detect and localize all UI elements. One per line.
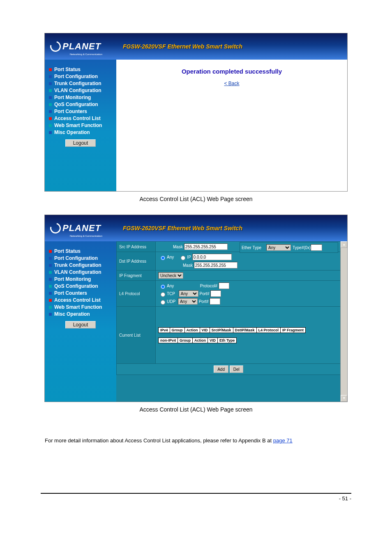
src-ip-cell: Mask: [156, 242, 241, 252]
sidebar-item-acl[interactable]: Access Control List: [49, 297, 112, 303]
dst-ip-mask-input[interactable]: [194, 262, 238, 268]
l4-tcp-port-label: Port#: [200, 291, 210, 296]
body-paragraph: For more detail information about Access…: [45, 437, 347, 444]
sidebar-item-port-counters[interactable]: Port Counters: [49, 290, 112, 296]
l4-udp-radio[interactable]: [160, 300, 166, 305]
th: VID: [200, 327, 210, 333]
l4-proto-input[interactable]: [219, 282, 229, 289]
sidebar-item-acl[interactable]: Access Control List: [49, 116, 112, 121]
scroll-down-icon[interactable]: ▾: [341, 395, 347, 402]
nav-label: Port Status: [54, 67, 81, 72]
sidebar-item-port-monitor[interactable]: Port Monitoring: [49, 95, 112, 100]
dst-ip-ip-label: IP: [187, 255, 191, 259]
th: non-IPv4: [159, 338, 178, 343]
banner: PLANET Networking & Communication FGSW-2…: [45, 33, 347, 60]
back-link[interactable]: < Back: [224, 81, 239, 86]
add-button[interactable]: Add: [214, 365, 228, 373]
l4-tcp-select[interactable]: Any: [179, 290, 198, 297]
ip-frag-select[interactable]: Uncheck: [158, 272, 183, 279]
sidebar-item-qos-config[interactable]: QoS Configuration: [49, 283, 112, 289]
ip-frag-label: IP Fragment: [117, 271, 156, 281]
l4-udp-port-input[interactable]: [210, 298, 220, 305]
ether-type-label: Ether Type: [242, 245, 266, 250]
scroll-up-icon[interactable]: ▴: [341, 241, 347, 248]
bullet-icon: [49, 306, 52, 309]
page-number: - 51 -: [41, 495, 351, 502]
sidebar-item-misc[interactable]: Misc Operation: [49, 311, 112, 317]
th: DstIP/Mask: [233, 327, 256, 333]
nav-label: Misc Operation: [54, 311, 90, 317]
logout-button[interactable]: Logout: [65, 321, 96, 328]
logo-ring-icon: [48, 221, 63, 236]
para-text: For more detail information about Access…: [45, 437, 273, 444]
nav-label: Web Smart Function: [54, 304, 102, 310]
th: IP Fragment: [281, 327, 306, 333]
main-panel: ▴ ▾ Ether Type Any Type#(0x) Src IP Addr…: [116, 241, 347, 402]
dst-ip-any-radio[interactable]: [160, 256, 166, 260]
l4-any-radio[interactable]: [160, 284, 166, 289]
sidebar-item-vlan-config[interactable]: VLAN Configuration: [49, 269, 112, 275]
brand-name: PLANET: [62, 223, 101, 234]
main-panel: Operation completed successfully < Back: [116, 60, 347, 191]
brand-sub: Networking & Communication: [70, 235, 102, 237]
sidebar-item-port-config[interactable]: Port Configuration: [49, 74, 112, 79]
del-button[interactable]: Del: [230, 365, 243, 373]
ether-typehex-label: Type#(0x): [293, 245, 311, 250]
src-ip-mask-input[interactable]: [184, 243, 228, 250]
th: Eth Type: [218, 338, 237, 343]
sidebar-item-trunk-config[interactable]: Trunk Configuration: [49, 81, 112, 86]
l4-udp-select[interactable]: Any: [178, 298, 198, 305]
nav-label: Port Monitoring: [54, 95, 91, 100]
brand-sub: Networking & Communication: [70, 53, 102, 56]
bullet-icon: [49, 285, 52, 288]
th: Action: [184, 327, 200, 333]
dst-ip-input[interactable]: [192, 254, 232, 260]
nav-label: Trunk Configuration: [54, 262, 101, 268]
bullet-icon: [49, 278, 52, 281]
nav-label: Port Counters: [54, 109, 87, 114]
ether-typehex-input[interactable]: [311, 244, 322, 251]
bullet-icon: [49, 131, 52, 134]
nav-label: VLAN Configuration: [54, 88, 101, 93]
sidebar-item-port-config[interactable]: Port Configuration: [49, 255, 112, 261]
sidebar-item-vlan-config[interactable]: VLAN Configuration: [49, 88, 112, 93]
src-ip-label: Src IP Address: [117, 242, 156, 252]
sidebar-item-qos-config[interactable]: QoS Configuration: [49, 102, 112, 107]
sidebar-item-port-status[interactable]: Port Status: [49, 248, 112, 254]
sidebar-item-port-counters[interactable]: Port Counters: [49, 109, 112, 114]
brand-logo: PLANET Networking & Communication: [45, 215, 106, 241]
bullet-icon: [49, 110, 52, 113]
l4-tcp-port-input[interactable]: [210, 290, 221, 297]
footer-rule: [41, 493, 351, 494]
page-link[interactable]: page 71: [273, 437, 293, 444]
th: Group: [170, 327, 184, 333]
logout-button[interactable]: Logout: [65, 139, 96, 147]
nav-label: Port Status: [54, 248, 81, 254]
current-list-label: Current List: [117, 307, 156, 364]
scrollbar[interactable]: ▴ ▾: [340, 241, 347, 402]
bullet-icon: [49, 299, 52, 302]
sidebar-item-port-monitor[interactable]: Port Monitoring: [49, 276, 112, 282]
figure-caption-1: Access Control List (ACL) Web Page scree…: [45, 196, 347, 202]
bullet-icon: [49, 103, 52, 106]
acl-form: ▴ ▾ Ether Type Any Type#(0x) Src IP Addr…: [116, 241, 347, 402]
src-ip-mask-label: Mask: [173, 245, 183, 249]
bullet-icon: [49, 75, 52, 78]
sidebar-item-port-status[interactable]: Port Status: [49, 67, 112, 72]
sidebar-item-web-smart[interactable]: Web Smart Function: [49, 304, 112, 310]
th: IPv4: [159, 327, 170, 333]
l4-tcp-radio[interactable]: [160, 292, 166, 297]
dst-ip-mask-label: Mask: [183, 263, 193, 268]
sidebar-item-misc[interactable]: Misc Operation: [49, 130, 112, 135]
bullet-icon: [49, 257, 52, 260]
current-list-cell: IPv4 Group Action VID SrcIP/Mask DstIP/M…: [156, 307, 341, 364]
th: Action: [193, 338, 208, 343]
sidebar-item-web-smart[interactable]: Web Smart Function: [49, 123, 112, 128]
bullet-icon: [49, 250, 52, 253]
dst-ip-ip-radio[interactable]: [180, 256, 186, 260]
dst-ip-any-label: Any: [167, 255, 174, 259]
ether-type-select[interactable]: Any: [266, 244, 291, 251]
sidebar-item-trunk-config[interactable]: Trunk Configuration: [49, 262, 112, 268]
nav-label: Trunk Configuration: [54, 81, 101, 86]
nav-label: VLAN Configuration: [54, 269, 101, 275]
